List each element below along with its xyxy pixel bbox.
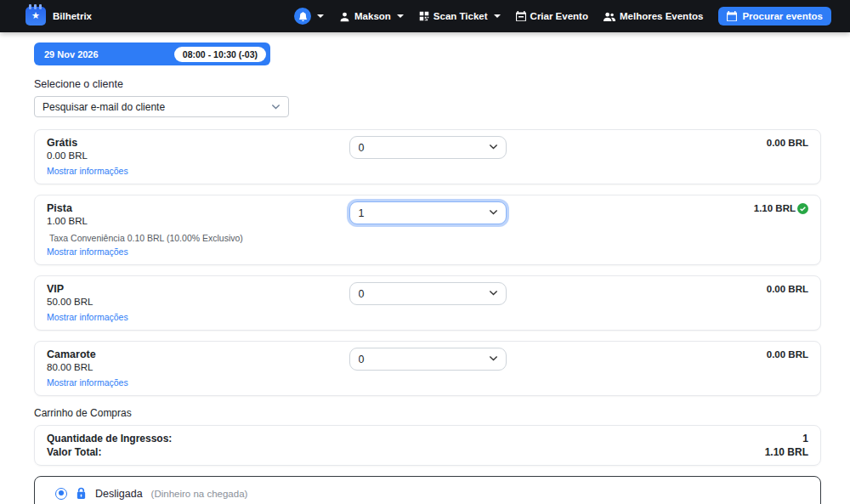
payment-section: Desligada (Dinheiro na chegada) Instruçõ… — [34, 476, 821, 504]
quantity-select-wrap: 0 — [349, 136, 507, 159]
ticket-name: Grátis — [47, 136, 349, 150]
show-info-link[interactable]: Mostrar informações — [47, 377, 128, 388]
calendar-icon — [727, 11, 737, 21]
payment-option-offline[interactable]: Desligada (Dinheiro na chegada) — [48, 487, 807, 500]
ticket-card: VIP 50.00 BRL Mostrar informações 0 0.00… — [34, 275, 821, 331]
chevron-down-icon — [271, 102, 280, 111]
chevron-down-icon — [317, 14, 324, 18]
qr-grid-icon — [419, 11, 429, 21]
ticket-card: Camarote 80.00 BRL Mostrar informações 0… — [34, 341, 821, 396]
quantity-select[interactable]: 1 — [349, 201, 507, 224]
ticket-info: Grátis 0.00 BRL Mostrar informações — [47, 136, 349, 178]
create-event-link[interactable]: Criar Evento — [516, 11, 588, 21]
client-select-placeholder: Pesquisar e-mail do cliente — [42, 101, 165, 113]
search-events-button[interactable]: Procurar eventos — [718, 7, 831, 25]
client-search-select[interactable]: Pesquisar e-mail do cliente — [34, 96, 289, 117]
ticket-price: 0.00 BRL — [47, 150, 349, 162]
navbar-right: Makson Scan Ticket Criar Evento Melhores… — [294, 7, 831, 25]
bilhetrix-logo-icon — [26, 7, 46, 25]
ticket-info: VIP 50.00 BRL Mostrar informações — [47, 282, 349, 324]
ticket-fee-note: Taxa Conveniência 0.10 BRL (10.00% Exclu… — [47, 233, 349, 243]
ticket-price: 50.00 BRL — [47, 296, 349, 309]
brand-name: Bilhetrix — [53, 11, 92, 21]
best-events-label: Melhores Eventos — [620, 11, 703, 21]
person-icon — [339, 11, 350, 22]
cart-total-value: 1.10 BRL — [765, 445, 808, 459]
ticket-card: Grátis 0.00 BRL Mostrar informações 0 0.… — [34, 129, 821, 184]
ticket-subtotal: 0.00 BRL — [507, 136, 809, 150]
cart-quantity-row: Quantidade de Ingressos: 1 — [47, 432, 808, 445]
calendar-icon — [516, 11, 526, 21]
show-info-link[interactable]: Mostrar informações — [47, 166, 128, 177]
chevron-down-icon — [494, 14, 501, 18]
bell-icon — [294, 8, 311, 25]
payment-method-name: Desligada — [95, 488, 143, 500]
notifications-dropdown[interactable] — [294, 8, 324, 25]
main-content: 29 Nov 2026 08:00 - 10:30 (-03) Selecion… — [0, 32, 850, 504]
ticket-info: Camarote 80.00 BRL Mostrar informações — [47, 348, 349, 389]
ticket-price: 1.00 BRL — [47, 215, 349, 228]
brand[interactable]: Bilhetrix — [26, 7, 92, 25]
cart-title: Carrinho de Compras — [34, 406, 821, 420]
scan-ticket-label: Scan Ticket — [434, 11, 488, 21]
show-info-link[interactable]: Mostrar informações — [47, 312, 128, 323]
ticket-subtotal: 0.00 BRL — [507, 282, 809, 296]
event-date: 29 Nov 2026 — [44, 49, 99, 59]
ticket-name: VIP — [47, 282, 349, 296]
payment-method-note: (Dinheiro na chegada) — [151, 489, 248, 499]
cart-quantity-label: Quantidade de Ingressos: — [47, 432, 172, 445]
radio-selected-icon[interactable] — [55, 488, 67, 500]
event-time-badge: 08:00 - 10:30 (-03) — [174, 47, 266, 62]
user-name: Makson — [354, 11, 391, 21]
quantity-select[interactable]: 0 — [349, 282, 507, 305]
quantity-select-wrap: 1 — [349, 201, 507, 224]
best-events-link[interactable]: Melhores Eventos — [604, 11, 703, 22]
ticket-subtotal-value: 1.10 BRL — [754, 201, 796, 215]
people-icon — [604, 11, 615, 22]
ticket-info: Pista 1.00 BRL Taxa Conveniência 0.10 BR… — [47, 201, 349, 258]
ticket-subtotal: 0.00 BRL — [507, 348, 809, 361]
ticket-price: 80.00 BRL — [47, 361, 349, 374]
user-menu[interactable]: Makson — [339, 11, 404, 22]
search-events-label: Procurar eventos — [742, 11, 823, 21]
ticket-subtotal-value: 0.00 BRL — [767, 282, 808, 296]
lock-icon — [76, 487, 87, 500]
ticket-subtotal-value: 0.00 BRL — [767, 136, 808, 150]
ticket-name: Pista — [47, 201, 349, 215]
check-circle-icon — [797, 203, 808, 214]
event-date-banner[interactable]: 29 Nov 2026 08:00 - 10:30 (-03) — [34, 42, 270, 65]
scan-ticket-dropdown[interactable]: Scan Ticket — [419, 11, 501, 21]
navbar: Bilhetrix Makson Scan Ticket — [0, 0, 850, 32]
quantity-select[interactable]: 0 — [349, 136, 507, 159]
ticket-subtotal: 1.10 BRL — [507, 201, 809, 215]
quantity-select-wrap: 0 — [349, 282, 507, 305]
ticket-card: Pista 1.00 BRL Taxa Conveniência 0.10 BR… — [34, 195, 821, 265]
quantity-select-wrap: 0 — [349, 348, 507, 371]
cart-quantity-value: 1 — [802, 432, 808, 445]
ticket-name: Camarote — [47, 348, 349, 361]
quantity-select[interactable]: 0 — [349, 348, 507, 371]
cart-total-row: Valor Total: 1.10 BRL — [47, 445, 808, 459]
show-info-link[interactable]: Mostrar informações — [47, 246, 128, 258]
client-select-label: Selecione o cliente — [34, 77, 821, 91]
cart-total-label: Valor Total: — [47, 445, 101, 459]
ticket-list: Grátis 0.00 BRL Mostrar informações 0 0.… — [34, 129, 821, 396]
create-event-label: Criar Evento — [530, 11, 588, 21]
chevron-down-icon — [397, 14, 404, 18]
ticket-subtotal-value: 0.00 BRL — [767, 348, 808, 361]
cart-summary: Quantidade de Ingressos: 1 Valor Total: … — [34, 425, 821, 466]
